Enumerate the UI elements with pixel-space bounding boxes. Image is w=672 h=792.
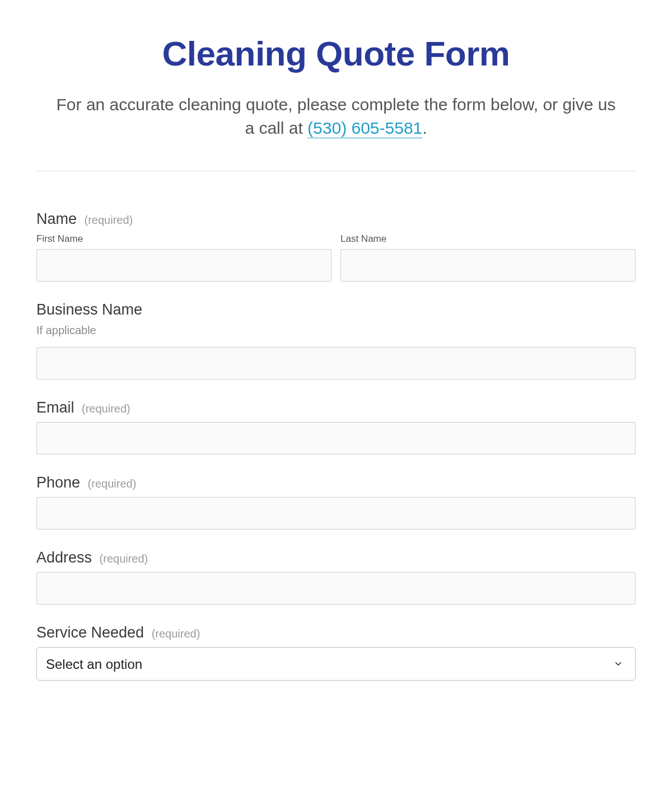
- service-select[interactable]: Select an option: [36, 647, 636, 681]
- address-label-text: Address: [36, 549, 92, 566]
- required-tag: (required): [82, 402, 130, 415]
- address-input[interactable]: [36, 572, 636, 604]
- address-label: Address (required): [36, 549, 636, 566]
- email-field-group: Email (required): [36, 399, 636, 454]
- page-title: Cleaning Quote Form: [36, 34, 636, 73]
- business-field-group: Business Name If applicable: [36, 301, 636, 379]
- phone-label: Phone (required): [36, 474, 636, 491]
- service-field-group: Service Needed (required) Select an opti…: [36, 624, 636, 681]
- phone-input[interactable]: [36, 497, 636, 529]
- last-name-sublabel: Last Name: [340, 233, 636, 245]
- business-name-input[interactable]: [36, 347, 636, 379]
- first-name-sublabel: First Name: [36, 233, 332, 245]
- required-tag: (required): [88, 477, 137, 490]
- name-label-text: Name: [36, 210, 77, 227]
- email-label-text: Email: [36, 399, 74, 416]
- intro-text: For an accurate cleaning quote, please c…: [56, 93, 616, 140]
- service-label: Service Needed (required): [36, 624, 636, 641]
- service-label-text: Service Needed: [36, 624, 144, 641]
- required-tag: (required): [85, 214, 133, 226]
- name-field-group: Name (required) First Name Last Name: [36, 210, 636, 282]
- divider: [36, 171, 636, 171]
- phone-field-group: Phone (required): [36, 474, 636, 529]
- business-label: Business Name: [36, 301, 636, 318]
- business-hint: If applicable: [36, 324, 636, 337]
- required-tag: (required): [152, 627, 200, 640]
- phone-label-text: Phone: [36, 474, 80, 491]
- last-name-input[interactable]: [340, 249, 636, 282]
- required-tag: (required): [100, 552, 148, 565]
- email-label: Email (required): [36, 399, 636, 416]
- first-name-input[interactable]: [36, 249, 332, 282]
- email-input[interactable]: [36, 422, 636, 454]
- phone-link[interactable]: (530) 605-5581: [307, 119, 422, 138]
- address-field-group: Address (required): [36, 549, 636, 604]
- name-label: Name (required): [36, 210, 636, 228]
- intro-suffix: .: [422, 119, 427, 137]
